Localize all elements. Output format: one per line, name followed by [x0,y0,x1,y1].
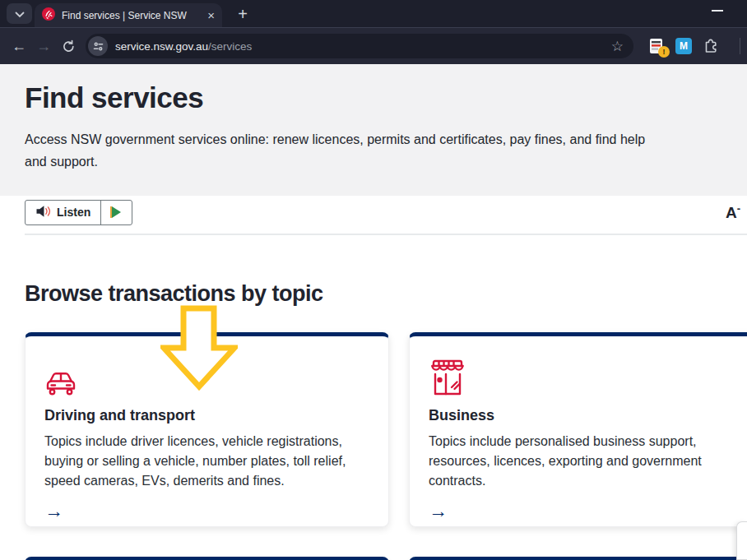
url-text[interactable]: service.nsw.gov.au/services [115,40,604,53]
tab-close-icon[interactable]: × [207,9,215,21]
annotation-arrow-down [160,305,238,394]
tab-search-button[interactable] [7,3,32,24]
browser-toolbar: ← → service.nsw.gov.au/services ☆ ! M [0,27,747,64]
page-content: Find services Access NSW government serv… [0,64,747,560]
reload-button[interactable] [56,39,81,53]
decrease-text-size-button[interactable]: A- [726,202,740,222]
extension-list-icon[interactable]: ! [648,38,665,54]
section-heading: Browse transactions by topic [25,281,722,307]
arrow-right-link[interactable]: → [429,502,747,521]
listen-button[interactable]: Listen [25,200,132,225]
listen-label-segment[interactable]: Listen [26,201,101,224]
extensions-puzzle-icon[interactable] [703,36,719,56]
toolbar-divider [740,38,740,54]
partial-card[interactable] [25,557,389,560]
bookmark-star-icon[interactable]: ☆ [611,39,624,53]
card-title: Driving and transport [44,407,369,424]
card-business[interactable]: Business Topics include personalised bus… [409,332,747,527]
card-description: Topics include driver licences, vehicle … [44,432,369,491]
section-divider [25,234,747,235]
back-button[interactable]: ← [7,39,31,53]
listen-row: Listen A- [0,196,747,225]
page-intro: Access NSW government services online: r… [25,128,666,173]
new-tab-button[interactable]: + [232,3,253,25]
chevron-down-icon [15,7,25,21]
arrow-right-link[interactable]: → [44,502,369,521]
text-size-letter: A [726,204,737,221]
listen-play-segment[interactable] [101,201,132,224]
browser-tab-strip: Find services | Service NSW × + [0,0,747,27]
window-minimize-button[interactable] [712,10,723,12]
url-path: /services [208,40,252,53]
browser-tab[interactable]: Find services | Service NSW × [35,3,222,27]
extension-icons: ! M [648,36,740,56]
tab-title: Find services | Service NSW [62,10,201,21]
extension-m-icon[interactable]: M [675,38,692,54]
next-cards-row [25,557,747,560]
url-host: service.nsw.gov.au [115,40,208,53]
listen-label: Listen [57,206,90,219]
storefront-icon [429,358,747,397]
address-bar[interactable]: service.nsw.gov.au/services ☆ [86,34,633,58]
partial-card[interactable] [409,557,747,560]
card-description: Topics include personalised business sup… [429,432,747,491]
text-size-modifier: - [737,202,740,215]
speaker-icon [35,205,51,220]
page-hero: Find services Access NSW government serv… [0,64,747,196]
extension-alert-badge: ! [658,46,670,58]
site-settings-icon[interactable] [88,36,108,56]
edge-widget-partial[interactable] [736,521,747,560]
forward-button: → [31,39,56,53]
site-favicon [42,7,55,24]
play-icon [112,206,121,218]
card-title: Business [429,407,747,424]
page-title: Find services [25,82,722,114]
topic-cards-row: Driving and transport Topics include dri… [25,332,747,527]
